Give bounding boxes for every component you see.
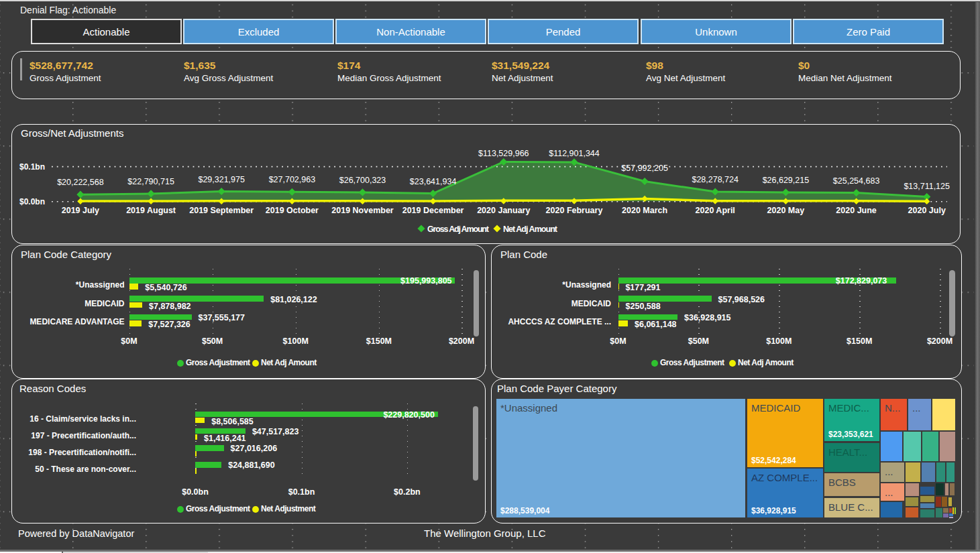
svg-text:2020 July: 2020 July [908,206,946,215]
svg-text:2020 April: 2020 April [696,206,735,215]
svg-text:2019 August: 2019 August [126,206,176,215]
svg-text:$13,711,125: $13,711,125 [904,182,950,191]
svg-text:$20,222,568: $20,222,568 [57,178,104,187]
svg-text:$27,702,963: $27,702,963 [269,175,316,184]
svg-text:2020 May: 2020 May [767,206,805,215]
svg-text:$0.0bn: $0.0bn [19,197,45,206]
svg-text:$22,790,715: $22,790,715 [127,177,174,186]
svg-text:2019 December: 2019 December [402,206,464,215]
svg-text:$23,641,934: $23,641,934 [410,177,457,186]
svg-text:$113,529,966: $113,529,966 [478,149,529,158]
svg-text:Gross Adj Amount: Gross Adj Amount [427,225,490,234]
svg-text:2020 June: 2020 June [836,206,877,215]
svg-text:$26,629,215: $26,629,215 [763,176,810,185]
svg-text:$25,254,683: $25,254,683 [833,176,880,186]
svg-text:$29,321,975: $29,321,975 [198,175,245,184]
svg-text:$0.1bn: $0.1bn [19,162,45,172]
svg-text:2019 July: 2019 July [62,206,99,215]
svg-text:$57,992,205: $57,992,205 [621,164,668,173]
svg-text:2020 January: 2020 January [477,206,530,215]
svg-text:2019 September: 2019 September [189,206,254,215]
svg-text:2020 March: 2020 March [622,206,667,215]
svg-text:$26,700,323: $26,700,323 [339,176,386,185]
svg-text:2020 February: 2020 February [546,206,603,215]
svg-text:2019 October: 2019 October [266,206,319,215]
svg-text:Net Adj Amount: Net Adj Amount [503,225,558,234]
svg-text:2019 November: 2019 November [331,206,394,215]
svg-text:$112,901,344: $112,901,344 [549,149,600,158]
svg-text:$28,278,724: $28,278,724 [692,175,739,184]
